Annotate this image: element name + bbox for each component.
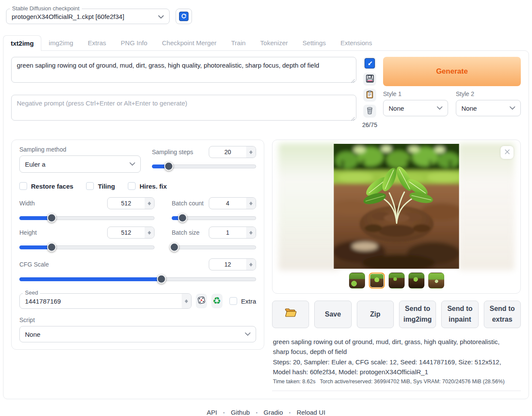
send-to-img2img-button[interactable]: Send to img2img: [399, 301, 436, 328]
reload-ui-link[interactable]: Reload UI: [297, 409, 325, 416]
restore-faces-checkbox[interactable]: Restore faces: [19, 182, 73, 190]
spinner-icon[interactable]: [182, 294, 191, 308]
recycle-icon: ♻: [213, 296, 221, 306]
batch-size-input[interactable]: 1: [209, 227, 256, 239]
batch-size-label: Batch size: [172, 229, 200, 236]
send-to-extras-button[interactable]: Send to extras: [484, 301, 521, 328]
spinner-icon[interactable]: [145, 227, 154, 238]
chevron-down-icon: [437, 106, 442, 110]
tab-settings[interactable]: Settings: [295, 35, 333, 50]
cfg-scale-slider[interactable]: [19, 274, 256, 284]
batch-size-slider[interactable]: [172, 242, 256, 252]
batch-count-slider[interactable]: [172, 213, 256, 223]
height-input[interactable]: 512: [107, 227, 155, 239]
style1-value: None: [389, 105, 404, 112]
save-button[interactable]: Save: [314, 301, 351, 328]
parameters-panel: Sampling method Euler a Sampling steps: [11, 140, 264, 350]
generate-button[interactable]: Generate: [383, 57, 521, 86]
checkbox-icon: [19, 182, 27, 190]
width-slider[interactable]: [19, 213, 155, 223]
main-tabs: txt2img img2img Extras PNG Info Checkpoi…: [3, 35, 529, 50]
thumbnail-2-selected[interactable]: [369, 273, 385, 289]
thumbnail-4[interactable]: [408, 273, 424, 289]
paste-params-button[interactable]: [363, 57, 376, 70]
refresh-icon: [179, 12, 189, 21]
sampling-method-dropdown[interactable]: Euler a: [19, 155, 141, 173]
refresh-checkpoint-button[interactable]: [176, 9, 192, 24]
seed-input[interactable]: 1441787169: [19, 293, 192, 309]
tab-img2img[interactable]: img2img: [41, 35, 80, 50]
style1-block: Style 1 None: [383, 90, 448, 116]
folder-icon: [285, 308, 297, 321]
spinner-icon[interactable]: [246, 146, 256, 158]
token-counter: 26/75: [362, 121, 377, 128]
github-link[interactable]: Github: [231, 409, 250, 416]
info-performance-text: Time taken: 8.62s Torch active/reserved:…: [273, 379, 520, 385]
height-label: Height: [19, 229, 37, 236]
app-root: Stable Diffusion checkpoint protogenX34O…: [0, 0, 532, 416]
thumbnail-1[interactable]: [349, 273, 365, 289]
apply-style-button[interactable]: [363, 89, 376, 102]
generate-column: Generate Style 1 None Style 2: [383, 57, 521, 128]
send-to-inpaint-button[interactable]: Send to inpaint: [441, 301, 478, 328]
bullet-separator: •: [256, 410, 257, 415]
sampling-method-label: Sampling method: [19, 146, 141, 153]
generation-info: green sapling rowing out of ground, mud,…: [272, 335, 521, 391]
script-dropdown[interactable]: None: [19, 326, 256, 342]
footer: API • Github • Gradio • Reload UI python…: [3, 409, 529, 416]
save-style-button[interactable]: [363, 73, 376, 86]
cfg-scale-input[interactable]: 12: [209, 258, 256, 270]
sampling-method-value: Euler a: [25, 161, 46, 168]
gallery-ghost-image: [278, 143, 340, 270]
prompt-input[interactable]: green sapling rowing out of ground, mud,…: [11, 57, 356, 83]
seed-row: Seed 1441787169 ♻: [19, 293, 256, 309]
spinner-icon[interactable]: [246, 198, 256, 209]
thumbnail-5[interactable]: [428, 273, 444, 289]
reuse-seed-button[interactable]: ♻: [211, 294, 223, 308]
checkpoint-value: protogenX34OfficialR_1.ckpt [60fe2f34]: [12, 13, 158, 20]
negative-prompt-input[interactable]: [11, 95, 356, 121]
generated-image[interactable]: [334, 144, 459, 269]
tab-extensions[interactable]: Extensions: [333, 35, 379, 50]
prompt-column: green sapling rowing out of ground, mud,…: [11, 57, 356, 128]
tab-txt2img[interactable]: txt2img: [3, 35, 41, 51]
hires-fix-checkbox[interactable]: Hires. fix: [128, 182, 167, 190]
style2-block: Style 2 None: [456, 90, 521, 116]
random-seed-button[interactable]: [196, 294, 207, 308]
tab-checkpoint-merger[interactable]: Checkpoint Merger: [155, 35, 224, 50]
cfg-scale-label: CFG Scale: [19, 261, 49, 268]
spinner-icon[interactable]: [246, 259, 256, 270]
seed-label: Seed: [23, 289, 40, 296]
sampling-steps-slider[interactable]: [152, 161, 256, 171]
time-taken-text: Time taken: 8.62s: [273, 379, 315, 385]
extra-seed-checkbox[interactable]: Extra: [229, 297, 256, 305]
style2-dropdown[interactable]: None: [456, 100, 521, 116]
close-gallery-button[interactable]: [501, 146, 513, 159]
width-input[interactable]: 512: [107, 197, 155, 209]
checkpoint-label: Stable Diffusion checkpoint: [10, 5, 82, 12]
spinner-icon[interactable]: [246, 227, 256, 238]
image-gallery: [272, 140, 521, 294]
gradio-link[interactable]: Gradio: [263, 409, 283, 416]
tab-tokenizer[interactable]: Tokenizer: [253, 35, 295, 50]
open-folder-button[interactable]: [272, 301, 309, 328]
tiling-checkbox[interactable]: Tiling: [86, 182, 115, 190]
height-slider[interactable]: [19, 242, 155, 252]
zip-button[interactable]: Zip: [357, 301, 394, 328]
checkbox-icon: [128, 182, 136, 190]
api-link[interactable]: API: [207, 409, 217, 416]
gallery-ghost-image: [458, 143, 514, 270]
tab-extras[interactable]: Extras: [80, 35, 114, 50]
spinner-icon[interactable]: [145, 198, 154, 209]
thumbnail-3[interactable]: [389, 273, 405, 289]
tab-png-info[interactable]: PNG Info: [114, 35, 155, 50]
tab-train[interactable]: Train: [224, 35, 253, 50]
height-block: Height 512: [19, 226, 155, 252]
style1-dropdown[interactable]: None: [383, 100, 448, 116]
batch-count-input[interactable]: 4: [209, 197, 256, 209]
style-row: Style 1 None Style 2 None: [383, 90, 521, 116]
sampling-steps-input[interactable]: 20: [209, 146, 256, 158]
checkpoint-dropdown[interactable]: Stable Diffusion checkpoint protogenX34O…: [6, 9, 170, 24]
clear-prompt-button[interactable]: [363, 105, 376, 118]
checkpoint-header: Stable Diffusion checkpoint protogenX34O…: [6, 9, 529, 24]
